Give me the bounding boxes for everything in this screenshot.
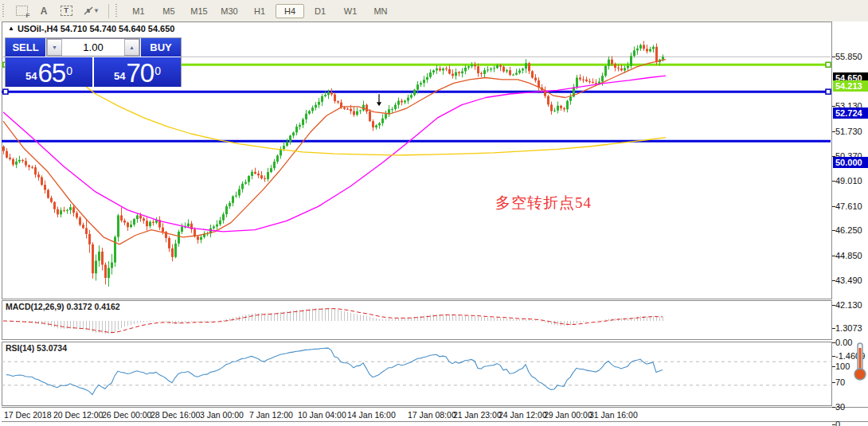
- sell-price-display[interactable]: 54650: [6, 57, 92, 87]
- candle-body: [579, 77, 581, 79]
- date-label: 7 Jan 12:00: [249, 410, 293, 420]
- dropdown-caret-icon[interactable]: ▼: [93, 7, 100, 14]
- candle-body: [47, 190, 49, 198]
- time-axis[interactable]: 17 Dec 201820 Dec 12:0026 Dec 00:0028 De…: [2, 407, 868, 422]
- timeframe-button-m30[interactable]: M30: [215, 4, 244, 18]
- candle-body: [136, 215, 139, 219]
- candle-body: [57, 209, 59, 215]
- candle-body: [496, 65, 499, 68]
- candle-body: [85, 228, 88, 234]
- symbol-triangle-icon[interactable]: ▲: [8, 25, 14, 32]
- candle-body: [372, 121, 374, 127]
- candle-body: [662, 57, 664, 59]
- candle-body: [311, 107, 314, 111]
- price-tick-label: 44.850: [835, 251, 862, 260]
- indicator-grid-icon[interactable]: F: [11, 2, 32, 20]
- trading-platform-window: F A T ▼ M1M5M15M30H1H4D1W1MN 17 Dec 2018…: [0, 0, 868, 426]
- candle-body: [624, 68, 626, 70]
- candle-body: [643, 45, 645, 49]
- timeframe-button-m5[interactable]: M5: [154, 4, 183, 18]
- candle-body: [2, 147, 5, 151]
- candle-body: [350, 109, 352, 111]
- timeframe-button-mn[interactable]: MN: [366, 4, 395, 18]
- sell-button[interactable]: SELL: [6, 38, 45, 57]
- candle-body: [254, 172, 256, 174]
- candle-body: [111, 263, 113, 268]
- rsi-chart[interactable]: [0, 342, 832, 406]
- date-label: 14 Jan 16:00: [347, 410, 396, 420]
- blue-level-line-1-handle[interactable]: [3, 89, 8, 94]
- candle-body: [381, 119, 384, 123]
- timeframe-button-h1[interactable]: H1: [245, 4, 274, 18]
- buy-price-display[interactable]: 54700: [94, 57, 181, 87]
- candle-body: [356, 111, 358, 115]
- candle-body: [283, 146, 285, 149]
- ma-fast-orange: [3, 60, 666, 244]
- toolbar-drag-handle[interactable]: [115, 4, 120, 18]
- date-label: 3 Jan 00:00: [200, 410, 244, 420]
- candle-body: [232, 197, 234, 203]
- candle-body: [315, 105, 317, 108]
- candle-body: [420, 83, 422, 84]
- macd-tick-label: 0.00: [835, 338, 852, 347]
- candle-body: [273, 162, 276, 168]
- candle-body: [216, 225, 218, 227]
- candle-body: [652, 47, 655, 49]
- candle-body: [534, 77, 537, 80]
- text-box-icon[interactable]: T: [56, 2, 76, 20]
- candle-body: [359, 111, 362, 111]
- candle-body: [585, 80, 588, 81]
- rsi-label: RSI(14) 53.0734: [6, 343, 67, 353]
- buy-button[interactable]: BUY: [141, 38, 181, 57]
- candle-body: [487, 69, 489, 70]
- candle-body: [123, 221, 126, 223]
- blue-level-line-1-handle[interactable]: [826, 89, 831, 94]
- candle-body: [321, 96, 323, 102]
- candle-body: [117, 215, 119, 236]
- candle-body: [108, 268, 110, 278]
- candle-body: [576, 77, 578, 87]
- candle-body: [270, 168, 272, 172]
- date-label: 24 Jan 12:00: [499, 410, 547, 420]
- candle-body: [461, 72, 463, 74]
- annotate-a-icon[interactable]: A: [33, 2, 54, 20]
- timeframe-button-w1[interactable]: W1: [336, 4, 365, 18]
- candle-body: [614, 64, 616, 68]
- candle-body: [655, 47, 658, 62]
- toolbar-drag-handle[interactable]: [2, 4, 7, 18]
- candle-body: [34, 167, 37, 174]
- candle-body: [82, 225, 84, 228]
- green-level-line-handle[interactable]: [826, 62, 831, 67]
- candle-body: [366, 105, 368, 111]
- timeframe-button-d1[interactable]: D1: [306, 4, 334, 18]
- volume-increase-button[interactable]: ▲: [124, 39, 139, 56]
- candle-body: [378, 123, 381, 126]
- candle-body: [162, 228, 164, 232]
- macd-chart[interactable]: [0, 300, 832, 340]
- rsi-tick-label: 0: [835, 420, 840, 426]
- date-label: 17 Dec 2018: [4, 410, 52, 420]
- candle-body: [174, 244, 177, 257]
- candle-body: [394, 105, 397, 109]
- candle-body: [557, 106, 559, 111]
- rsi-line: [6, 348, 663, 395]
- price-tick-label: 51.730: [835, 127, 862, 136]
- macd-tick-label: 1.3073: [835, 323, 862, 333]
- candle-body: [37, 174, 40, 177]
- timeframe-button-h4[interactable]: H4: [276, 4, 304, 18]
- candle-body: [101, 252, 104, 264]
- candle-body: [168, 238, 170, 248]
- timeframe-button-m15[interactable]: M15: [185, 4, 213, 18]
- timeframe-button-m1[interactable]: M1: [124, 4, 153, 18]
- volume-decrease-button[interactable]: ▼: [47, 39, 62, 56]
- objects-arrows-icon[interactable]: ▼: [78, 2, 104, 20]
- candle-body: [499, 65, 502, 67]
- candle-body: [604, 66, 607, 76]
- volume-value[interactable]: 1.00: [62, 39, 124, 56]
- candle-body: [617, 68, 620, 68]
- candle-body: [260, 175, 263, 178]
- candle-body: [506, 70, 508, 72]
- candle-body: [324, 95, 326, 96]
- candle-body: [490, 68, 492, 69]
- candle-body: [241, 184, 244, 190]
